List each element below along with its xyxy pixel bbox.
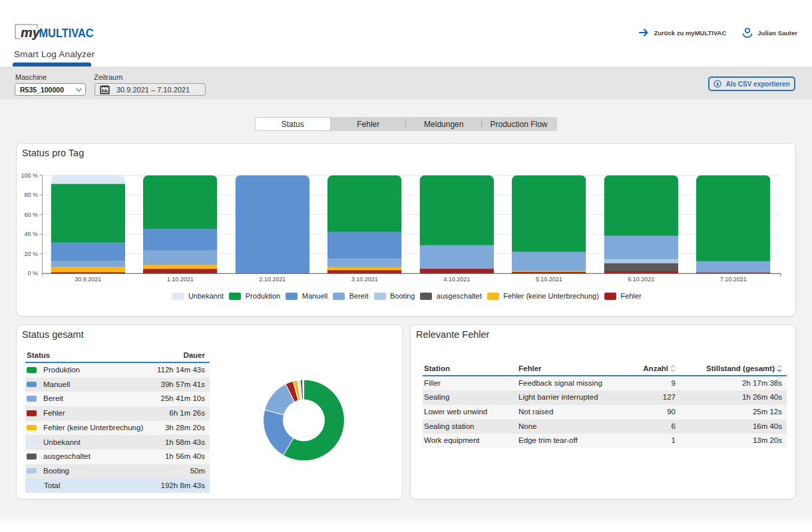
svg-text:MULTIVAC: MULTIVAC <box>39 27 94 40</box>
svg-text:60 %: 60 % <box>24 211 38 218</box>
svg-text:my: my <box>21 25 41 40</box>
svg-text:1.10.2021: 1.10.2021 <box>167 276 194 283</box>
svg-text:6.10.2021: 6.10.2021 <box>628 276 654 283</box>
svg-text:40 %: 40 % <box>24 231 38 237</box>
svg-text:20 %: 20 % <box>24 251 38 257</box>
svg-text:80 %: 80 % <box>24 192 38 198</box>
svg-text:0 %: 0 % <box>27 270 38 277</box>
svg-text:100 %: 100 % <box>21 172 38 179</box>
svg-text:30.9.2021: 30.9.2021 <box>75 276 101 283</box>
svg-text:3.10.2021: 3.10.2021 <box>351 276 378 283</box>
svg-text:2.10.2021: 2.10.2021 <box>259 276 286 283</box>
svg-text:7.10.2021: 7.10.2021 <box>720 276 747 283</box>
svg-text:5.10.2021: 5.10.2021 <box>536 276 562 283</box>
svg-text:4.10.2021: 4.10.2021 <box>443 276 470 283</box>
